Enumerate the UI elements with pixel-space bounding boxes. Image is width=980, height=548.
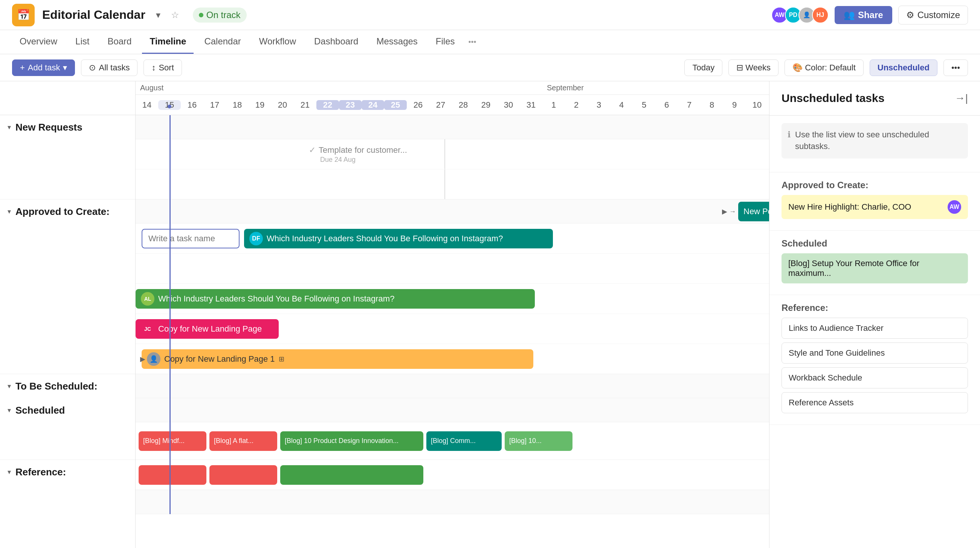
star-icon[interactable]: ☆	[171, 10, 179, 20]
expand-arrow-icon[interactable]: ▶ →	[722, 207, 736, 216]
style-tone-guidelines-button[interactable]: Style and Tone Guidelines	[781, 343, 968, 364]
sidebar-group-scheduled[interactable]: ▾ Scheduled	[0, 398, 135, 422]
day-16: 16	[181, 100, 204, 110]
new-hire-card[interactable]: New Hire Highlight: Charlie, COO AW	[781, 195, 968, 219]
new-podcast-text: New Podca...	[743, 206, 769, 216]
new-hire-text: New Hire Highlight: Charlie, COO	[788, 202, 911, 212]
group-header-space-1	[135, 115, 769, 139]
links-audience-tracker-button[interactable]: Links to Audience Tracker	[781, 318, 968, 339]
day-31: 31	[520, 100, 542, 110]
day-sep-4: 4	[610, 100, 633, 110]
app-icon-text: 📅	[17, 9, 30, 21]
copy-landing-row: JC Copy for New Landing Page	[135, 314, 769, 344]
copy-landing-text: Copy for New Landing Page	[158, 324, 262, 334]
sched-block-r2-3[interactable]	[280, 465, 423, 485]
more-options-button[interactable]: •••	[943, 59, 968, 76]
share-button[interactable]: 👥 Share	[835, 6, 892, 24]
blog-setup-card[interactable]: [Blog] Setup Your Remote Office for maxi…	[781, 253, 968, 283]
template-due: Due 24 Aug	[309, 156, 407, 164]
scheduled-tasks-row-2	[135, 460, 769, 490]
photo-avatar: 👤	[147, 352, 161, 366]
add-task-button[interactable]: + Add task ▾	[12, 59, 75, 76]
template-task-text: Template for customer...	[319, 145, 407, 155]
reference-label: Reference:	[16, 466, 66, 478]
color-button[interactable]: 🎨 Color: Default	[784, 59, 864, 76]
avatar-hj[interactable]: HJ	[812, 7, 829, 23]
timeline-inner: ✓ Template for customer... Due 24 Aug	[135, 115, 769, 514]
all-tasks-button[interactable]: ⊙ All tasks	[81, 59, 137, 76]
day-15: 15	[158, 100, 181, 110]
customize-label: Customize	[918, 10, 960, 20]
tab-workflow[interactable]: Workflow	[251, 30, 304, 54]
which-industry-bar-2[interactable]: AL Which Industry Leaders Should You Be …	[135, 289, 535, 309]
sched-block-r2-1[interactable]	[138, 465, 207, 485]
sort-button[interactable]: ↕ Sort	[143, 59, 181, 76]
day-29: 29	[474, 100, 497, 110]
sched-block-2[interactable]: [Blog] A flat...	[209, 431, 277, 451]
scheduled-label: Scheduled	[16, 405, 65, 416]
new-podcast-bar[interactable]: New Podca...	[738, 202, 769, 221]
sched-block-1[interactable]: [Blog] Mindf...	[138, 431, 207, 451]
copy-landing-bar[interactable]: JC Copy for New Landing Page	[135, 319, 279, 339]
tab-timeline[interactable]: Timeline	[142, 30, 194, 54]
task-name-input[interactable]	[142, 229, 240, 248]
approved-label: Approved to Create:	[16, 206, 110, 218]
task-row-write	[0, 224, 135, 254]
tab-files[interactable]: Files	[428, 30, 463, 54]
sched-block-4[interactable]: [Blog] Comm...	[426, 431, 502, 451]
sched-block-4-text: [Blog] Comm...	[431, 437, 476, 445]
day-20: 20	[271, 100, 294, 110]
day-14: 14	[135, 100, 158, 110]
september-label: September	[542, 81, 588, 94]
day-26: 26	[407, 100, 430, 110]
tab-dashboard[interactable]: Dashboard	[307, 30, 366, 54]
sidebar-group-approved[interactable]: ▾ Approved to Create:	[0, 200, 135, 224]
unscheduled-button[interactable]: Unscheduled	[870, 59, 937, 76]
template-task-row: ✓ Template for customer... Due 24 Aug	[135, 139, 769, 169]
right-panel-close-icon[interactable]: →|	[955, 92, 968, 104]
day-21: 21	[294, 100, 317, 110]
today-button[interactable]: Today	[684, 59, 722, 76]
nav-more-icon[interactable]: •••	[466, 35, 479, 49]
content-area: ▾ New Requests ▾ Approved to Create: ▾ T	[0, 115, 769, 548]
sidebar-group-new-requests[interactable]: ▾ New Requests	[0, 115, 135, 139]
approved-header-space: ▶ → New Podca...	[135, 200, 769, 224]
sched-block-5[interactable]: [Blog] 10...	[505, 431, 573, 451]
date-header: August September 14 15 16 17 18 19 20 21…	[0, 81, 769, 115]
sched-block-r2-2[interactable]	[209, 465, 277, 485]
customize-icon: ⚙	[906, 10, 915, 20]
status-badge[interactable]: On track	[193, 8, 247, 22]
tab-list[interactable]: List	[68, 30, 97, 54]
reference-assets-button[interactable]: Reference Assets	[781, 392, 968, 413]
sidebar-group-reference[interactable]: ▾ Reference:	[0, 460, 135, 484]
tab-overview[interactable]: Overview	[12, 30, 65, 54]
day-sep-8: 8	[700, 100, 723, 110]
customize-button[interactable]: ⚙ Customize	[898, 6, 968, 24]
tab-board[interactable]: Board	[100, 30, 139, 54]
df-avatar-1: DF	[249, 232, 263, 245]
weeks-icon: ⊟	[736, 63, 743, 72]
month-labels: August September	[135, 81, 769, 95]
reference-section: Reference: Links to Audience Tracker Sty…	[770, 295, 980, 425]
sidebar-group-to-be-scheduled[interactable]: ▾ To Be Scheduled:	[0, 374, 135, 398]
approved-row-2	[135, 254, 769, 284]
tab-messages[interactable]: Messages	[369, 30, 425, 54]
today-dot	[168, 105, 171, 108]
weeks-button[interactable]: ⊟ Weeks	[729, 59, 778, 76]
collapse-icon: ▾	[8, 123, 11, 131]
tab-calendar[interactable]: Calendar	[197, 30, 248, 54]
which-industry-bar-1[interactable]: DF Which Industry Leaders Should You Be …	[244, 229, 553, 248]
copy-landing-1-bar[interactable]: 👤 Copy for New Landing Page 1 ⊞	[142, 349, 533, 369]
sched-block-5-text: [Blog] 10...	[509, 437, 542, 445]
right-panel-header: Unscheduled tasks →|	[770, 81, 980, 116]
day-22: 22	[317, 100, 339, 110]
day-sep-5: 5	[633, 100, 655, 110]
expand-arrow-copy[interactable]: ▶	[137, 353, 148, 365]
title-chevron-icon[interactable]: ▾	[156, 10, 161, 20]
copy-landing-1-row: ▶ 👤 Copy for New Landing Page 1 ⊞	[135, 344, 769, 374]
sched-block-3[interactable]: [Blog] 10 Product Design Innovation...	[280, 431, 423, 451]
august-label: August	[135, 81, 542, 94]
status-dot	[199, 13, 204, 17]
workback-schedule-button[interactable]: Workback Schedule	[781, 367, 968, 388]
day-19: 19	[248, 100, 271, 110]
